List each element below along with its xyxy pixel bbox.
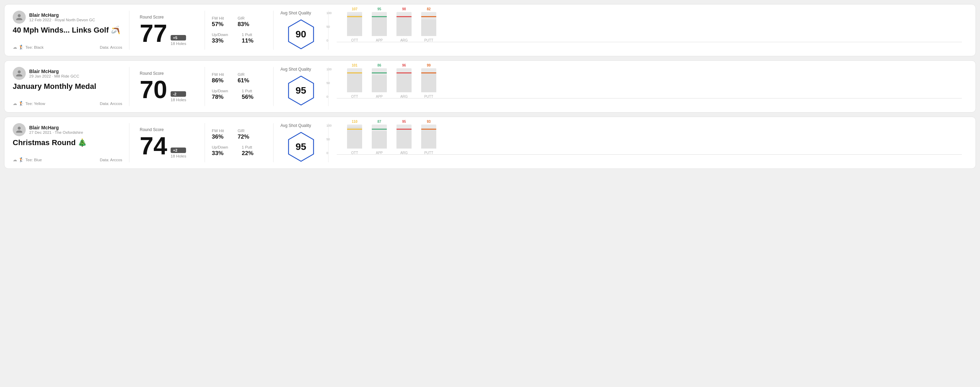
round-score-label: Round Score <box>140 15 194 19</box>
cloud-icon: ☁ <box>13 157 17 162</box>
score-section: Round Score 77 +5 18 Holes <box>129 11 205 50</box>
stats-row-bottom: Up/Down 78% 1 Putt 56% <box>212 89 266 100</box>
bar-group-ott: 101 OTT <box>347 63 362 98</box>
oneputt-stat: 1 Putt 22% <box>242 145 253 157</box>
gir-label: GIR <box>237 72 249 76</box>
left-section: Blair McHarg 12 Feb 2022 · Royal North D… <box>13 11 129 50</box>
quality-label: Avg Shot Quality <box>280 67 311 72</box>
data-source: Data: Arccos <box>100 45 122 49</box>
tee-label: Tee: Blue <box>25 158 42 162</box>
score-badge-holes: +2 18 Holes <box>170 148 186 158</box>
user-info: Blair McHarg 29 Jan 2022 · Mill Ride GCC <box>29 68 79 78</box>
round-card-3: Blair McHarg 27 Dec 2021 · The Oxfordshi… <box>4 117 976 169</box>
avatar <box>13 123 26 136</box>
hexagon-score: 95 <box>296 141 306 152</box>
fw-hit-label: FW Hit <box>212 72 224 76</box>
chart-section: 100500 110 OTT 87 APP 95 <box>328 123 967 162</box>
quality-section: Avg Shot Quality 95 <box>274 123 328 162</box>
bar-group-ott: 110 OTT <box>347 120 362 155</box>
date-course: 12 Feb 2022 · Royal North Devon GC <box>29 18 95 22</box>
tee-label: Tee: Black <box>25 45 44 49</box>
user-row: Blair McHarg 29 Jan 2022 · Mill Ride GCC <box>13 67 122 80</box>
stats-row-top: FW Hit 57% GIR 83% <box>212 16 266 28</box>
quality-section: Avg Shot Quality 90 <box>274 11 328 50</box>
gir-stat: GIR 83% <box>237 16 249 28</box>
avatar <box>13 11 26 24</box>
round-title: January Monthly Medal <box>13 82 122 91</box>
user-icon <box>16 70 23 77</box>
chart-section: 100500 107 OTT 95 APP 98 <box>328 11 967 50</box>
oneputt-value: 56% <box>242 94 253 100</box>
score-row: 77 +5 18 Holes <box>140 21 194 46</box>
bar-group-putt: 82 PUTT <box>421 7 436 42</box>
updown-label: Up/Down <box>212 145 228 149</box>
score-badge: +2 <box>170 148 186 153</box>
bag-icon: 🏌 <box>19 101 24 106</box>
data-source: Data: Arccos <box>100 158 122 162</box>
quality-label: Avg Shot Quality <box>280 123 311 128</box>
hexagon-score: 95 <box>296 85 306 96</box>
holes-label: 18 Holes <box>170 98 186 102</box>
user-info: Blair McHarg 12 Feb 2022 · Royal North D… <box>29 12 95 22</box>
footer-row: ☁ 🏌 Tee: Black Data: Arccos <box>13 44 122 50</box>
data-source: Data: Arccos <box>100 102 122 106</box>
round-title: 40 Mph Winds... Links Golf 🪃 <box>13 26 122 35</box>
oneputt-stat: 1 Putt 56% <box>242 89 253 100</box>
updown-label: Up/Down <box>212 33 228 37</box>
stats-section: FW Hit 86% GIR 61% Up/Down 78% 1 Putt 56… <box>205 67 274 106</box>
user-icon <box>16 126 23 133</box>
updown-stat: Up/Down 33% <box>212 145 228 157</box>
footer-row: ☁ 🏌 Tee: Blue Data: Arccos <box>13 157 122 162</box>
gir-stat: GIR 61% <box>237 72 249 84</box>
bar-group-ott: 107 OTT <box>347 7 362 42</box>
avatar <box>13 67 26 80</box>
gir-stat: GIR 72% <box>237 128 249 140</box>
bar-group-app: 86 APP <box>372 63 387 98</box>
bar-group-app: 87 APP <box>372 120 387 155</box>
quality-section: Avg Shot Quality 95 <box>274 67 328 106</box>
fw-hit-value: 36% <box>212 133 224 140</box>
bar-group-arg: 98 ARG <box>396 7 412 42</box>
user-name: Blair McHarg <box>29 125 83 130</box>
hexagon-container: 90 <box>286 19 317 50</box>
score-row: 74 +2 18 Holes <box>140 133 194 158</box>
score-section: Round Score 74 +2 18 Holes <box>129 123 205 162</box>
oneputt-value: 11% <box>242 37 253 44</box>
user-row: Blair McHarg 12 Feb 2022 · Royal North D… <box>13 11 122 24</box>
user-name: Blair McHarg <box>29 68 79 74</box>
gir-value: 61% <box>237 77 249 84</box>
oneputt-label: 1 Putt <box>242 89 253 93</box>
oneputt-value: 22% <box>242 150 253 157</box>
hexagon-container: 95 <box>286 132 317 162</box>
user-row: Blair McHarg 27 Dec 2021 · The Oxfordshi… <box>13 123 122 136</box>
footer-row: ☁ 🏌 Tee: Yellow Data: Arccos <box>13 101 122 106</box>
gir-value: 83% <box>237 21 249 28</box>
cloud-icon: ☁ <box>13 44 17 50</box>
tee-info: ☁ 🏌 Tee: Blue <box>13 157 42 162</box>
bag-icon: 🏌 <box>19 157 24 162</box>
bar-group-arg: 96 ARG <box>396 63 412 98</box>
quality-label: Avg Shot Quality <box>280 11 311 16</box>
score-value: 74 <box>140 133 167 158</box>
bar-group-app: 95 APP <box>372 7 387 42</box>
user-info: Blair McHarg 27 Dec 2021 · The Oxfordshi… <box>29 125 83 135</box>
date-course: 27 Dec 2021 · The Oxfordshire <box>29 130 83 135</box>
tee-label: Tee: Yellow <box>25 102 45 106</box>
bar-group-putt: 93 PUTT <box>421 120 436 155</box>
cloud-icon: ☁ <box>13 101 17 106</box>
fw-hit-stat: FW Hit 36% <box>212 128 224 140</box>
left-section: Blair McHarg 29 Jan 2022 · Mill Ride GCC… <box>13 67 129 106</box>
updown-stat: Up/Down 78% <box>212 89 228 100</box>
bag-icon: 🏌 <box>19 44 24 50</box>
round-score-label: Round Score <box>140 127 194 132</box>
oneputt-label: 1 Putt <box>242 33 253 37</box>
oneputt-stat: 1 Putt 11% <box>242 33 253 44</box>
score-badge-holes: -2 18 Holes <box>170 91 186 102</box>
round-title: Christmas Round 🎄 <box>13 138 122 147</box>
stats-row-bottom: Up/Down 33% 1 Putt 11% <box>212 33 266 44</box>
updown-value: 33% <box>212 150 228 157</box>
score-row: 70 -2 18 Holes <box>140 77 194 102</box>
hexagon-score: 90 <box>296 29 306 40</box>
holes-label: 18 Holes <box>170 41 186 46</box>
chart-section: 100500 101 OTT 86 APP 96 <box>328 67 967 106</box>
